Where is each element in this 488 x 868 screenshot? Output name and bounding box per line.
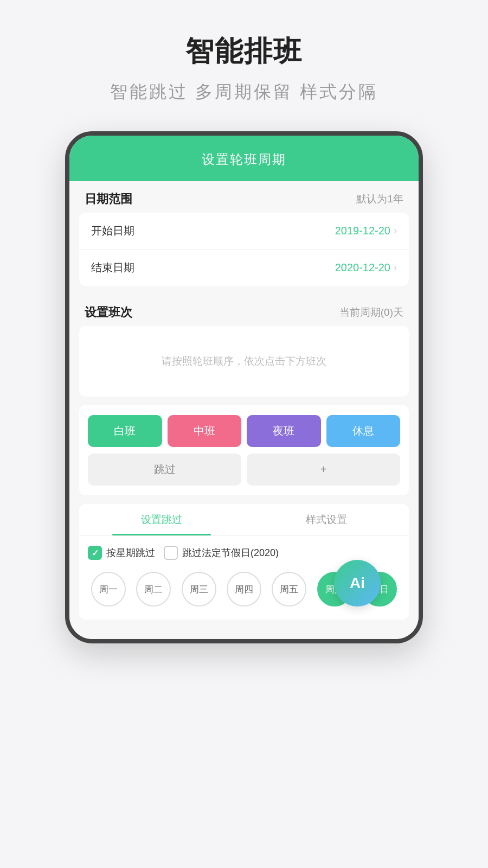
end-date-chevron: › bbox=[394, 262, 397, 273]
weekday-btn-2[interactable]: 周三 bbox=[182, 572, 216, 607]
shift-setup-note: 当前周期(0)天 bbox=[339, 305, 403, 320]
skip-button[interactable]: 跳过 bbox=[88, 454, 241, 486]
start-date-chevron: › bbox=[394, 225, 397, 237]
checkbox-holiday-box[interactable] bbox=[164, 546, 178, 560]
ai-label: Ai bbox=[350, 575, 365, 592]
weekday-btn-1[interactable]: 周二 bbox=[136, 572, 171, 607]
shift-buttons-card: 白班 中班 夜班 休息 跳过 + bbox=[79, 405, 409, 495]
side-button-1 bbox=[422, 244, 423, 282]
checkbox-holiday[interactable]: 跳过法定节假日(2020) bbox=[164, 546, 279, 560]
empty-hint: 请按照轮班顺序，依次点击下方班次 bbox=[162, 354, 326, 368]
start-date-label: 开始日期 bbox=[91, 224, 134, 238]
night-shift-button[interactable]: 夜班 bbox=[247, 415, 321, 447]
phone-frame: 设置轮班周期 日期范围 默认为1年 开始日期 2019-12-20 › 结束日期 bbox=[65, 131, 423, 643]
checkmark-icon: ✓ bbox=[92, 548, 99, 558]
app-header-title: 设置轮班周期 bbox=[80, 151, 408, 168]
checkbox-row: ✓ 按星期跳过 跳过法定节假日(2020) bbox=[88, 546, 400, 560]
tab-bar: 设置跳过 样式设置 bbox=[79, 504, 409, 536]
weekday-btn-3[interactable]: 周四 bbox=[227, 572, 261, 607]
start-date-value: 2019-12-20 › bbox=[335, 225, 397, 237]
ai-badge[interactable]: Ai bbox=[334, 560, 381, 607]
empty-card: 请按照轮班顺序，依次点击下方班次 bbox=[79, 326, 409, 397]
tab-style[interactable]: 样式设置 bbox=[244, 504, 409, 535]
checkbox-holiday-label: 跳过法定节假日(2020) bbox=[182, 546, 279, 559]
shift-section-header: 设置班次 当前周期(0)天 bbox=[69, 295, 419, 326]
page-title: 智能排班 bbox=[0, 33, 488, 71]
page-subtitle: 智能跳过 多周期保留 样式分隔 bbox=[0, 80, 488, 104]
date-range-note: 默认为1年 bbox=[356, 192, 403, 206]
weekday-btn-0[interactable]: 周一 bbox=[91, 572, 126, 607]
end-date-label: 结束日期 bbox=[91, 260, 134, 275]
page-header: 智能排班 智能跳过 多周期保留 样式分隔 bbox=[0, 0, 488, 115]
checkbox-weekly-label: 按星期跳过 bbox=[106, 546, 155, 559]
app-header: 设置轮班周期 bbox=[69, 136, 419, 181]
add-button[interactable]: + bbox=[247, 454, 400, 486]
end-date-value: 2020-12-20 › bbox=[335, 261, 397, 274]
shift-setup-label: 设置班次 bbox=[85, 304, 132, 321]
white-shift-button[interactable]: 白班 bbox=[88, 415, 162, 447]
date-range-label: 日期范围 bbox=[85, 191, 132, 207]
tab-skip[interactable]: 设置跳过 bbox=[79, 504, 244, 535]
rest-button[interactable]: 休息 bbox=[326, 415, 401, 447]
start-date-row[interactable]: 开始日期 2019-12-20 › bbox=[79, 213, 409, 250]
shift-buttons-row2: 跳过 + bbox=[88, 454, 400, 486]
end-date-row[interactable]: 结束日期 2020-12-20 › bbox=[79, 250, 409, 286]
checkbox-weekly[interactable]: ✓ 按星期跳过 bbox=[88, 546, 155, 560]
side-button-2 bbox=[422, 298, 423, 336]
mid-shift-button[interactable]: 中班 bbox=[168, 415, 242, 447]
checkbox-weekly-box[interactable]: ✓ bbox=[88, 546, 102, 560]
date-range-section-header: 日期范围 默认为1年 bbox=[69, 181, 419, 213]
shift-buttons-row1: 白班 中班 夜班 休息 bbox=[88, 415, 400, 447]
date-range-card: 开始日期 2019-12-20 › 结束日期 2020-12-20 › bbox=[79, 213, 409, 286]
weekday-btn-4[interactable]: 周五 bbox=[272, 572, 306, 607]
